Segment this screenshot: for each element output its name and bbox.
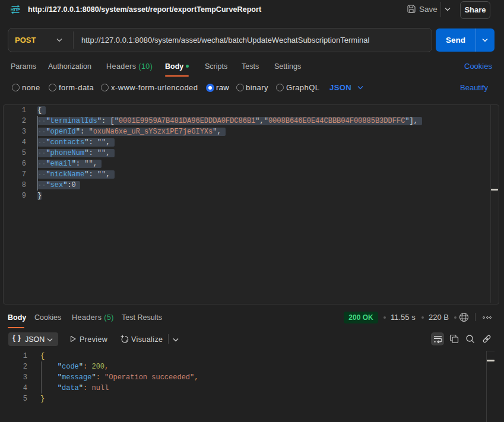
svg-text:HTTP: HTTP — [11, 7, 20, 12]
